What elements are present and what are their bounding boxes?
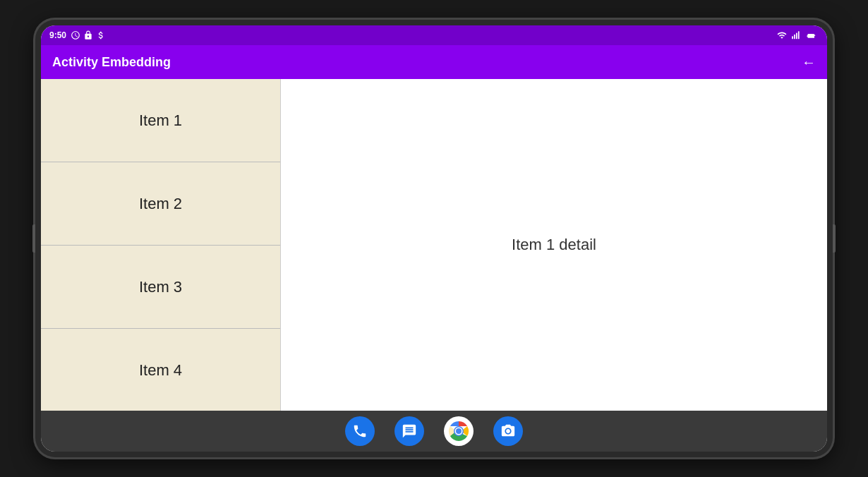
list-item-4-label: Item 4 xyxy=(139,361,182,380)
alarm-icon xyxy=(71,30,80,40)
list-item-3[interactable]: Item 3 xyxy=(41,246,280,329)
svg-rect-2 xyxy=(796,33,797,40)
wifi-icon xyxy=(776,30,788,40)
side-button-left xyxy=(32,224,35,253)
list-item-4[interactable]: Item 4 xyxy=(41,329,280,411)
app-title: Activity Embedding xyxy=(52,55,788,70)
phone-icon xyxy=(352,423,368,439)
svg-rect-1 xyxy=(794,35,795,39)
status-left: 9:50 xyxy=(49,30,106,40)
list-item-2[interactable]: Item 2 xyxy=(41,162,280,246)
status-bar: 9:50 xyxy=(41,25,827,45)
svg-point-10 xyxy=(456,428,462,434)
svg-rect-5 xyxy=(814,35,815,36)
status-time: 9:50 xyxy=(49,30,66,40)
list-item-1[interactable]: Item 1 xyxy=(41,79,280,162)
list-panel: Item 1 Item 2 Item 3 Item 4 xyxy=(41,79,281,411)
nav-messages-button[interactable] xyxy=(394,416,424,446)
camera-icon xyxy=(500,423,516,439)
nav-phone-button[interactable] xyxy=(345,416,375,446)
detail-panel: Item 1 detail xyxy=(281,79,827,411)
nav-bar xyxy=(41,411,827,452)
svg-rect-3 xyxy=(798,31,800,39)
battery-icon xyxy=(804,30,819,40)
list-item-1-label: Item 1 xyxy=(139,111,182,130)
messages-icon xyxy=(402,423,417,439)
app-bar: Activity Embedding ← xyxy=(41,45,827,79)
lock-icon xyxy=(83,30,93,40)
data-icon xyxy=(96,30,106,40)
svg-rect-0 xyxy=(792,36,793,39)
detail-text: Item 1 detail xyxy=(512,236,596,254)
status-right-icons xyxy=(776,30,819,40)
tablet-frame: 9:50 xyxy=(35,20,833,457)
back-button[interactable]: ← xyxy=(802,54,816,71)
content-area: Item 1 Item 2 Item 3 Item 4 Item 1 detai… xyxy=(41,79,827,411)
nav-camera-button[interactable] xyxy=(493,416,523,446)
side-button-right xyxy=(833,224,836,253)
signal-icon xyxy=(791,30,801,40)
svg-rect-6 xyxy=(808,34,813,37)
chrome-icon xyxy=(444,416,474,446)
nav-chrome-button[interactable] xyxy=(444,416,474,446)
list-item-2-label: Item 2 xyxy=(139,195,182,213)
tablet-screen: 9:50 xyxy=(41,25,827,452)
list-item-3-label: Item 3 xyxy=(139,278,182,296)
status-notification-icons xyxy=(71,30,106,40)
